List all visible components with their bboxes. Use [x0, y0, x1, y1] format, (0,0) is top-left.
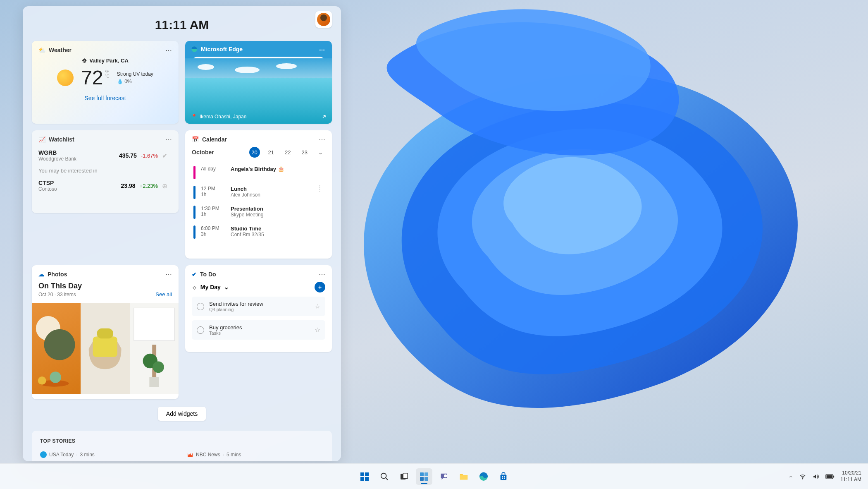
drag-handle-icon[interactable]: ⋮⋮	[317, 186, 324, 191]
watchlist-widget[interactable]: 📈 Watchlist ⋯ WGRB Woodgrove Bank 435.75…	[32, 130, 179, 213]
photo-thumbnail[interactable]	[81, 303, 129, 394]
task-checkbox[interactable]	[197, 303, 204, 310]
story-age: 3 mins	[80, 452, 95, 458]
weather-more-button[interactable]: ⋯	[163, 45, 174, 55]
calendar-event[interactable]: 12 PM1h LunchAlex Johnson ⋮⋮	[192, 182, 325, 202]
svg-rect-29	[501, 475, 507, 480]
stock-name: Woodgrove Bank	[38, 156, 115, 162]
file-explorer-button[interactable]	[455, 468, 472, 485]
profile-avatar[interactable]	[315, 11, 332, 28]
tray-chevron-icon[interactable]	[788, 474, 793, 479]
map-pin-icon: 📍	[191, 114, 197, 120]
event-time: 6:00 PM	[201, 225, 226, 231]
watchlist-more-button[interactable]: ⋯	[163, 134, 174, 144]
svg-point-27	[444, 474, 447, 477]
calendar-event[interactable]: 6:00 PM3h Studio TimeConf Rm 32/35	[192, 222, 325, 242]
source-icon	[40, 451, 47, 458]
photos-title: Photos	[48, 271, 67, 278]
story-headline: Are coffee naps the answer to your	[187, 460, 324, 461]
unit-c[interactable]: °C	[105, 74, 110, 79]
photos-more-button[interactable]: ⋯	[163, 269, 174, 279]
event-subtitle: Skype Meeting	[231, 212, 312, 218]
todo-list-name[interactable]: My Day	[200, 284, 221, 290]
todo-widget[interactable]: ✔ To Do ⋯ ☼ My Day ⌄ + Send invites for …	[185, 265, 332, 352]
svg-rect-25	[420, 477, 424, 481]
stock-row[interactable]: WGRB Woodgrove Bank 435.75 -1.67% ✔	[38, 147, 172, 164]
svg-rect-30	[502, 476, 503, 477]
photo-thumbnail[interactable]	[32, 303, 81, 394]
event-time: 1:30 PM	[201, 206, 226, 211]
unit-f[interactable]: °F	[105, 70, 110, 74]
stock-change: +2.23%	[140, 183, 158, 189]
battery-icon[interactable]	[825, 474, 835, 479]
start-button[interactable]	[356, 468, 373, 485]
todo-more-button[interactable]: ⋯	[316, 269, 328, 279]
svg-rect-31	[504, 476, 505, 477]
see-forecast-link[interactable]: See full forecast	[84, 95, 126, 101]
calendar-event[interactable]: All day Angela's Birthday 🎂	[192, 163, 325, 182]
see-all-link[interactable]: See all	[155, 291, 172, 297]
edge-caption: Ikema Ohashi, Japan	[200, 114, 246, 120]
edge-widget[interactable]: Microsoft Edge ⋯ Search the web 📍 Ikema …	[185, 41, 332, 124]
panel-clock: 11:11 AM	[155, 18, 209, 32]
story-source: USA Today	[49, 452, 74, 458]
photos-widget[interactable]: ☁ Photos ⋯ On This Day Oct 20 · 33 items…	[32, 265, 179, 399]
task-title: Buy groceries	[209, 324, 310, 331]
task-view-button[interactable]	[396, 468, 413, 485]
chevron-down-icon[interactable]: ⌄	[316, 148, 325, 157]
onedrive-icon: ☁	[38, 271, 44, 278]
task-item[interactable]: Buy groceries Tasks ☆	[192, 320, 325, 340]
calendar-day[interactable]: 23	[299, 148, 310, 157]
add-icon[interactable]: ⊕	[162, 182, 172, 190]
store-button[interactable]	[495, 468, 512, 485]
svg-rect-8	[93, 336, 117, 357]
stocks-icon: 📈	[38, 136, 45, 143]
svg-rect-23	[420, 472, 424, 476]
calendar-day[interactable]: 20	[249, 147, 260, 158]
edge-more-button[interactable]: ⋯	[316, 45, 328, 55]
svg-rect-18	[365, 477, 369, 481]
todo-icon: ✔	[192, 271, 197, 278]
add-widgets-button[interactable]: Add widgets	[158, 407, 206, 421]
calendar-widget[interactable]: 📅 Calendar ⋯ October 20 21 22 23 ⌄ All d…	[185, 130, 332, 259]
star-icon[interactable]: ☆	[315, 326, 320, 334]
svg-point-6	[38, 376, 46, 385]
star-icon[interactable]: ☆	[315, 302, 320, 310]
event-subtitle: Conf Rm 32/35	[231, 232, 312, 237]
svg-point-7	[50, 372, 61, 383]
edge-button[interactable]	[475, 468, 492, 485]
story-card[interactable]: NBC News · 5 mins Are coffee naps the an…	[187, 451, 324, 461]
wifi-icon[interactable]	[799, 473, 806, 480]
calendar-icon: 📅	[192, 136, 199, 143]
todo-title: To Do	[200, 271, 216, 278]
svg-point-13	[153, 362, 164, 373]
chevron-down-icon[interactable]: ⌄	[224, 284, 229, 290]
calendar-month[interactable]: October	[192, 149, 214, 156]
chat-button[interactable]	[436, 468, 452, 485]
add-task-button[interactable]: +	[315, 282, 325, 292]
stock-price: 435.75	[119, 152, 137, 159]
event-subtitle: Alex Johnson	[231, 192, 312, 198]
calendar-more-button[interactable]: ⋯	[316, 134, 328, 144]
taskbar: 10/20/21 11:11 AM	[0, 463, 868, 489]
event-title: Studio Time	[231, 225, 312, 232]
stock-row[interactable]: CTSP Contoso 23.98 +2.23% ⊕	[38, 177, 172, 194]
check-icon[interactable]: ✔	[162, 152, 172, 160]
calendar-event[interactable]: 1:30 PM1h PresentationSkype Meeting	[192, 202, 325, 222]
volume-icon[interactable]	[812, 473, 820, 480]
task-checkbox[interactable]	[197, 326, 204, 334]
weather-temp: 72	[81, 66, 103, 89]
taskbar-clock[interactable]: 10/20/21 11:11 AM	[840, 470, 861, 483]
story-card[interactable]: USA Today · 3 mins One of the smallest b…	[40, 451, 177, 461]
task-sublist: Tasks	[209, 331, 310, 336]
svg-rect-14	[149, 377, 159, 387]
weather-widget[interactable]: ⛅ Weather ⋯ ⯐Valley Park, CA 72 °F °C	[32, 41, 179, 124]
photo-thumbnail[interactable]	[130, 303, 179, 394]
calendar-day[interactable]: 22	[282, 148, 293, 157]
sun-outline-icon: ☼	[192, 284, 197, 290]
calendar-day[interactable]: 21	[266, 148, 277, 157]
task-item[interactable]: Send invites for review Q4 planning ☆	[192, 297, 325, 316]
widgets-button[interactable]	[416, 468, 432, 485]
expand-icon[interactable]	[321, 114, 327, 120]
search-button[interactable]	[376, 468, 393, 485]
